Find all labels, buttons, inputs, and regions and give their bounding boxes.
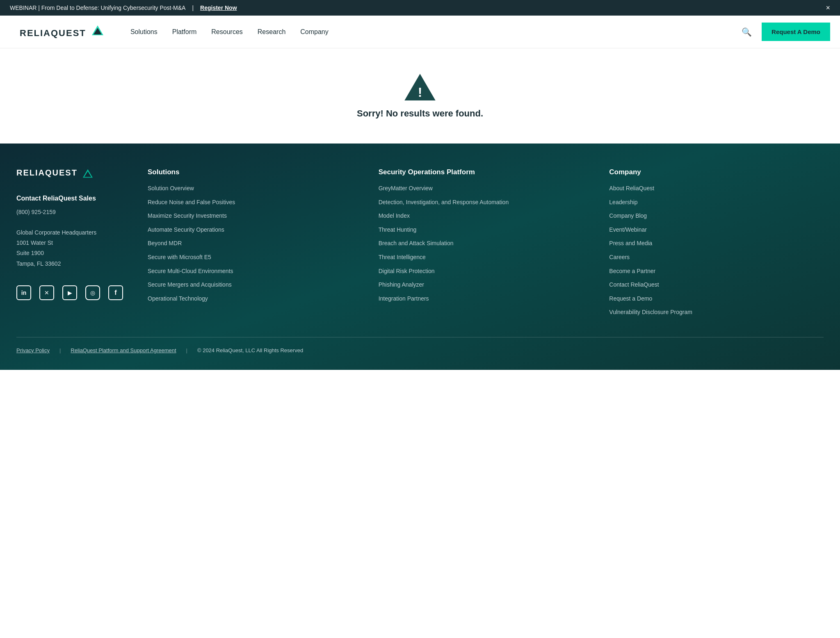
svg-text:!: ! — [418, 85, 422, 100]
footer-bottom: Privacy Policy | ReliaQuest Platform and… — [16, 337, 824, 353]
footer-logo-col: RELIAQUEST Contact ReliaQuest Sales (800… — [16, 168, 131, 317]
footer-solutions-title: Solutions — [148, 168, 362, 176]
footer-link-greymatter-overview[interactable]: GreyMatter Overview — [379, 185, 593, 193]
footer-address-line2: 1001 Water St — [16, 238, 131, 248]
footer-link-contact-reliaquest[interactable]: Contact ReliaQuest — [609, 281, 824, 289]
footer-link-threat-intelligence[interactable]: Threat Intelligence — [379, 253, 593, 262]
footer-platform-links: GreyMatter Overview Detection, Investiga… — [379, 185, 593, 303]
footer-divider-2: | — [186, 347, 187, 353]
footer-logo-icon — [82, 169, 94, 178]
footer-link-detection-response[interactable]: Detection, Investigation, and Response A… — [379, 198, 593, 207]
footer: RELIAQUEST Contact ReliaQuest Sales (800… — [0, 144, 840, 370]
footer-phone: (800) 925-2159 — [16, 207, 131, 217]
logo-text: RELIAQUEST — [20, 25, 104, 39]
footer-company-links: About ReliaQuest Leadership Company Blog… — [609, 185, 824, 317]
navbar: RELIAQUEST Solutions Platform Resources … — [0, 16, 840, 48]
announcement-separator: | — [192, 5, 194, 11]
footer-logo: RELIAQUEST — [16, 168, 131, 178]
footer-solutions-col: Solutions Solution Overview Reduce Noise… — [148, 168, 362, 317]
nav-resources[interactable]: Resources — [211, 28, 242, 36]
footer-link-vuln-disclosure[interactable]: Vulnerability Disclosure Program — [609, 308, 824, 317]
footer-link-integration-partners[interactable]: Integration Partners — [379, 295, 593, 303]
footer-link-become-partner[interactable]: Become a Partner — [609, 267, 824, 276]
error-section: ! Sorry! No results were found. — [0, 48, 840, 144]
twitter-x-icon[interactable]: ✕ — [39, 285, 54, 300]
footer-link-mergers-acquisitions[interactable]: Secure Mergers and Acquisitions — [148, 281, 362, 289]
footer-address-line3: Suite 1900 — [16, 248, 131, 258]
announcement-bar: WEBINAR | From Deal to Defense: Unifying… — [0, 0, 840, 16]
youtube-icon[interactable]: ▶ — [62, 285, 77, 300]
facebook-icon[interactable]: f — [108, 285, 123, 300]
footer-logo-text: RELIAQUEST — [16, 168, 94, 178]
footer-link-company-blog[interactable]: Company Blog — [609, 212, 824, 220]
footer-contact-title: Contact ReliaQuest Sales — [16, 195, 131, 202]
warning-icon: ! — [404, 73, 436, 102]
footer-top: RELIAQUEST Contact ReliaQuest Sales (800… — [16, 168, 824, 337]
footer-link-event-webinar[interactable]: Event/Webinar — [609, 226, 824, 234]
nav-company[interactable]: Company — [300, 28, 328, 36]
footer-platform-title: Security Operations Platform — [379, 168, 593, 176]
footer-link-press-media[interactable]: Press and Media — [609, 239, 824, 248]
logo-icon — [91, 25, 104, 36]
footer-link-automate-ops[interactable]: Automate Security Operations — [148, 226, 362, 234]
footer-link-about[interactable]: About ReliaQuest — [609, 185, 824, 193]
footer-solutions-links: Solution Overview Reduce Noise and False… — [148, 185, 362, 303]
footer-copyright: © 2024 ReliaQuest, LLC All Rights Reserv… — [197, 347, 303, 353]
nav-research[interactable]: Research — [258, 28, 285, 36]
search-icon[interactable]: 🔍 — [742, 27, 752, 37]
nav-links: Solutions Platform Resources Research Co… — [130, 28, 742, 36]
logo[interactable]: RELIAQUEST — [10, 16, 114, 48]
footer-company-title: Company — [609, 168, 824, 176]
privacy-policy-link[interactable]: Privacy Policy — [16, 347, 50, 353]
footer-link-digital-risk[interactable]: Digital Risk Protection — [379, 267, 593, 276]
announcement-content: WEBINAR | From Deal to Defense: Unifying… — [10, 5, 237, 11]
footer-link-breach-attack[interactable]: Breach and Attack Simulation — [379, 239, 593, 248]
footer-social: in ✕ ▶ ◎ f — [16, 285, 131, 300]
footer-link-operational-tech[interactable]: Operational Technology — [148, 295, 362, 303]
platform-agreement-link[interactable]: ReliaQuest Platform and Support Agreemen… — [71, 347, 176, 353]
close-announcement-button[interactable]: × — [826, 4, 830, 11]
footer-link-beyond-mdr[interactable]: Beyond MDR — [148, 239, 362, 248]
register-now-link[interactable]: Register Now — [200, 5, 237, 11]
footer-platform-col: Security Operations Platform GreyMatter … — [379, 168, 593, 317]
request-demo-button[interactable]: Request A Demo — [762, 23, 830, 41]
footer-link-careers[interactable]: Careers — [609, 253, 824, 262]
nav-platform[interactable]: Platform — [172, 28, 197, 36]
announcement-text: WEBINAR | From Deal to Defense: Unifying… — [10, 5, 185, 11]
footer-link-phishing-analyzer[interactable]: Phishing Analyzer — [379, 281, 593, 289]
footer-link-multi-cloud[interactable]: Secure Multi-Cloud Environments — [148, 267, 362, 276]
footer-link-microsoft-e5[interactable]: Secure with Microsoft E5 — [148, 253, 362, 262]
footer-divider-1: | — [59, 347, 61, 353]
footer-link-reduce-noise[interactable]: Reduce Noise and False Positives — [148, 198, 362, 207]
footer-address-line1: Global Corporate Headquarters — [16, 228, 131, 238]
footer-link-maximize-security[interactable]: Maximize Security Investments — [148, 212, 362, 220]
nav-solutions[interactable]: Solutions — [130, 28, 158, 36]
footer-link-model-index[interactable]: Model Index — [379, 212, 593, 220]
footer-link-solution-overview[interactable]: Solution Overview — [148, 185, 362, 193]
footer-address-line4: Tampa, FL 33602 — [16, 259, 131, 269]
footer-link-request-demo[interactable]: Request a Demo — [609, 295, 824, 303]
error-message: Sorry! No results were found. — [357, 108, 483, 119]
instagram-icon[interactable]: ◎ — [85, 285, 100, 300]
footer-link-threat-hunting[interactable]: Threat Hunting — [379, 226, 593, 234]
footer-company-col: Company About ReliaQuest Leadership Comp… — [609, 168, 824, 317]
footer-link-leadership[interactable]: Leadership — [609, 198, 824, 207]
footer-contact-info: (800) 925-2159 Global Corporate Headquar… — [16, 207, 131, 269]
linkedin-icon[interactable]: in — [16, 285, 31, 300]
